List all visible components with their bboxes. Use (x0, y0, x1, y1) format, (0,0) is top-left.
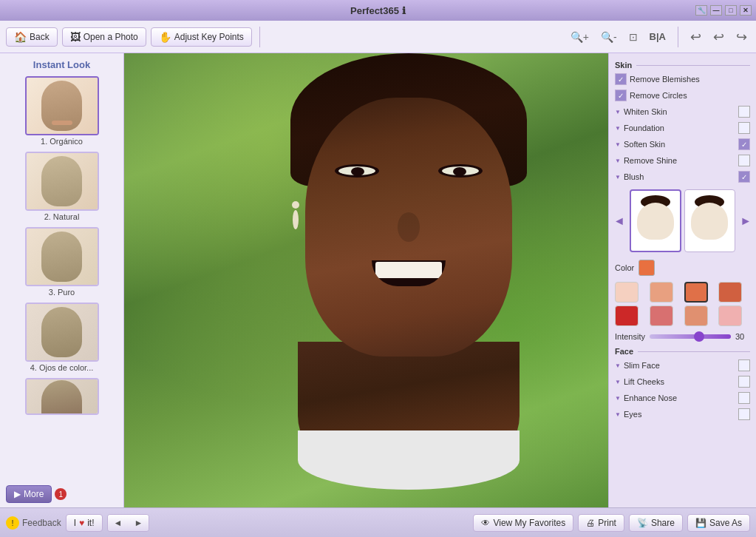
photo-area (124, 53, 608, 507)
color-cell-8[interactable] (718, 305, 742, 326)
slider-thumb[interactable] (694, 331, 704, 342)
open-photo-button[interactable]: 🖼 Open a Photo (62, 27, 146, 47)
foundation-checkbox[interactable] (738, 122, 750, 134)
print-icon: 🖨 (586, 518, 595, 528)
minimize-btn[interactable]: — (710, 5, 722, 16)
enhance-nose-item[interactable]: ▼ Enhance Nose (609, 390, 756, 406)
lift-cheeks-arrow[interactable]: ▼ (615, 379, 621, 385)
print-button[interactable]: 🖨 Print (578, 514, 624, 532)
color-cell-5[interactable] (615, 305, 638, 326)
undo2-button[interactable]: ↩ (710, 27, 727, 47)
remove-shine-checkbox[interactable] (738, 155, 750, 166)
remove-shine-item[interactable]: ▼ Remove Shine (609, 152, 756, 169)
color-swatch-main[interactable] (638, 260, 655, 276)
look-thumb-2[interactable] (25, 152, 99, 211)
look-item-2[interactable]: 2. Natural (6, 152, 118, 221)
prev-button[interactable]: ◄ (108, 515, 129, 531)
i-label: I (74, 518, 76, 528)
look-thumb-5[interactable] (25, 378, 99, 415)
slim-face-arrow[interactable]: ▼ (615, 362, 621, 369)
intensity-slider[interactable] (650, 334, 731, 339)
lift-cheeks-checkbox[interactable] (738, 376, 750, 388)
remove-circles-item[interactable]: ✓ Remove Circles (609, 87, 756, 104)
color-cell-7[interactable] (684, 305, 708, 326)
face-card-2[interactable] (684, 189, 736, 252)
soften-skin-arrow[interactable]: ▼ (615, 141, 621, 148)
blush-arrow[interactable]: ▼ (615, 174, 621, 180)
intensity-label: Intensity (615, 332, 645, 341)
remove-circles-checkbox[interactable]: ✓ (615, 90, 627, 101)
zoom-out-button[interactable]: 🔍- (598, 30, 620, 44)
whiten-skin-item[interactable]: ▼ Whiten Skin (609, 104, 756, 120)
back-button[interactable]: 🏠 Back (6, 27, 58, 47)
blush-checkbox[interactable]: ✓ (738, 171, 750, 183)
save-as-button[interactable]: 💾 Save As (687, 514, 750, 532)
slim-face-label: Slim Face (624, 361, 735, 370)
remove-shine-arrow[interactable]: ▼ (615, 158, 621, 164)
foundation-item[interactable]: ▼ Foundation (609, 120, 756, 136)
whiten-skin-checkbox[interactable] (738, 106, 750, 118)
eyes-item[interactable]: ▼ Eyes (609, 406, 756, 422)
foundation-arrow[interactable]: ▼ (615, 125, 621, 132)
soften-skin-item[interactable]: ▼ Soften Skin ✓ (609, 136, 756, 152)
look-item-3[interactable]: 3. Puro (6, 227, 118, 297)
info-icon: ℹ (402, 5, 406, 16)
remove-blemishes-checkbox[interactable]: ✓ (615, 73, 627, 85)
look-item-1[interactable]: 1. Orgánico (6, 76, 118, 146)
look-item-4[interactable]: 4. Ojos de color... (6, 303, 118, 372)
whiten-skin-arrow[interactable]: ▼ (615, 109, 621, 115)
face-card-1[interactable] (630, 189, 681, 252)
undo-button[interactable]: ↩ (687, 27, 704, 47)
maximize-btn[interactable]: □ (725, 5, 737, 16)
toolbar-separator (259, 27, 260, 47)
slim-face-item[interactable]: ▼ Slim Face (609, 357, 756, 374)
look-thumb-1[interactable] (25, 76, 99, 135)
close-btn[interactable]: ✕ (740, 5, 752, 16)
back-icon: 🏠 (14, 31, 27, 43)
soften-skin-checkbox[interactable]: ✓ (738, 138, 750, 150)
foundation-label: Foundation (624, 124, 735, 132)
slim-face-checkbox[interactable] (738, 359, 750, 371)
intensity-row: Intensity 30 (609, 329, 756, 344)
view-favorites-button[interactable]: 👁 View My Favorites (473, 514, 573, 532)
enhance-nose-checkbox[interactable] (738, 392, 750, 404)
share-button[interactable]: 📡 Share (629, 514, 683, 532)
eyes-arrow[interactable]: ▼ (615, 411, 621, 418)
blush-item[interactable]: ▼ Blush ✓ (609, 169, 756, 185)
i-love-it-button[interactable]: I ♥ it! (66, 514, 103, 532)
eyes-checkbox[interactable] (738, 408, 750, 420)
zoom-in-button[interactable]: 🔍+ (568, 30, 592, 44)
color-cell-3[interactable] (684, 282, 708, 303)
look-item-5[interactable] (6, 378, 118, 415)
more-button[interactable]: ▶ More (6, 485, 52, 503)
app-title: Perfect365 (350, 5, 399, 16)
look-label-2: 2. Natural (44, 212, 80, 221)
settings-btn[interactable]: 🔧 (695, 5, 707, 16)
bia-button[interactable]: B|A (647, 30, 669, 44)
face-section-title: Face (609, 344, 756, 357)
toolbar: 🏠 Back 🖼 Open a Photo ✋ Adjust Key Point… (0, 21, 756, 53)
look-thumb-4[interactable] (25, 303, 99, 362)
adjust-keypoints-button[interactable]: ✋ Adjust Key Points (151, 27, 252, 47)
fit-button[interactable]: ⊡ (626, 30, 641, 44)
face-cards: ◄ ► (609, 185, 756, 257)
remove-blemishes-label: Remove Blemishes (630, 75, 750, 84)
look-scroll[interactable]: 1. Orgánico 2. Natural 3. Puro (0, 73, 123, 481)
color-cell-2[interactable] (650, 282, 673, 303)
save-icon: 💾 (695, 518, 706, 528)
blush-label: Blush (624, 172, 735, 181)
window-controls: 🔧 — □ ✕ (695, 5, 752, 16)
skin-section-title: Skin (609, 58, 756, 71)
color-cell-4[interactable] (718, 282, 742, 303)
color-cell-1[interactable] (615, 282, 638, 303)
lift-cheeks-item[interactable]: ▼ Lift Cheeks (609, 374, 756, 390)
remove-blemishes-item[interactable]: ✓ Remove Blemishes (609, 71, 756, 87)
look-thumb-3[interactable] (25, 227, 99, 286)
color-cell-6[interactable] (650, 305, 673, 326)
face-next-arrow[interactable]: ► (738, 215, 753, 228)
redo-button[interactable]: ↪ (733, 27, 750, 47)
feedback-button[interactable]: ! Feedback (6, 516, 61, 530)
enhance-nose-arrow[interactable]: ▼ (615, 395, 621, 402)
next-button[interactable]: ► (128, 515, 149, 531)
face-prev-arrow[interactable]: ◄ (612, 215, 627, 228)
